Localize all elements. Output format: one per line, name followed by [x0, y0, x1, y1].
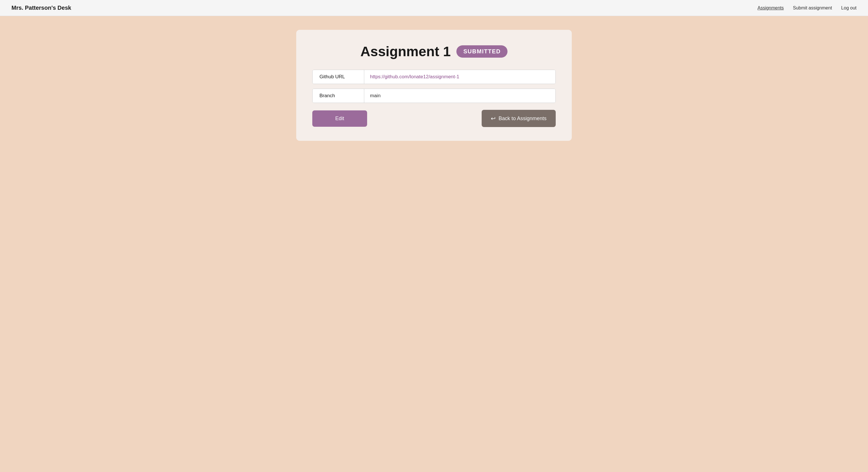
- nav-submit-assignment[interactable]: Submit assignment: [793, 5, 832, 11]
- branch-label: Branch: [313, 89, 364, 103]
- edit-button[interactable]: Edit: [312, 110, 367, 127]
- back-arrow-icon: ↩: [491, 115, 496, 122]
- navbar-brand: Mrs. Patterson's Desk: [11, 5, 71, 11]
- assignment-card: Assignment 1 SUBMITTED Github URL https:…: [296, 30, 572, 141]
- github-url-field: Github URL https://github.com/lonate12/a…: [312, 70, 556, 84]
- nav-assignments[interactable]: Assignments: [757, 5, 784, 11]
- github-url-value: https://github.com/lonate12/assignment-1: [364, 70, 555, 84]
- actions-row: Edit ↩ Back to Assignments: [312, 110, 556, 127]
- back-to-assignments-button[interactable]: ↩ Back to Assignments: [482, 110, 556, 127]
- branch-value: main: [364, 89, 555, 103]
- navbar-links: Assignments Submit assignment Log out: [757, 5, 857, 11]
- submitted-badge: SUBMITTED: [456, 45, 507, 58]
- main-content: Assignment 1 SUBMITTED Github URL https:…: [0, 16, 868, 155]
- back-button-label: Back to Assignments: [499, 115, 547, 122]
- github-url-label: Github URL: [313, 70, 364, 84]
- nav-logout[interactable]: Log out: [841, 5, 857, 11]
- title-row: Assignment 1 SUBMITTED: [312, 43, 556, 59]
- navbar: Mrs. Patterson's Desk Assignments Submit…: [0, 0, 868, 16]
- assignment-title: Assignment 1: [361, 43, 451, 59]
- branch-field: Branch main: [312, 89, 556, 103]
